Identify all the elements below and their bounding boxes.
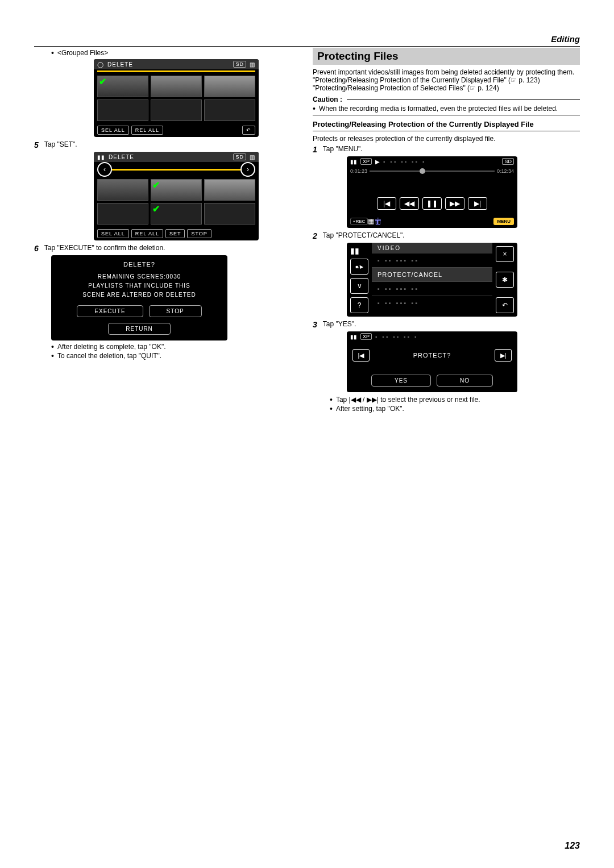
menu-item[interactable]: ▪ ▪▪ ▪▪▪ ▪▪ (372, 282, 492, 296)
step-number-6: 6 (34, 244, 39, 253)
menu-item[interactable]: ▪ ▪▪ ▪▪▪ ▪▪ (372, 254, 492, 268)
thumbnail[interactable] (204, 99, 255, 121)
confirm-delete-dialog: DELETE? REMAINING SCENES:0030 PLAYLISTS … (51, 255, 227, 340)
rec-button[interactable]: «REC (350, 218, 368, 225)
video-icon: ▮▮ (97, 154, 105, 160)
lcd2-title: DELETE (109, 154, 134, 160)
return-button[interactable]: RETURN (108, 323, 171, 335)
sel-all-button[interactable]: SEL ALL (97, 229, 129, 238)
step-6-text: Tap "EXECUTE" to confirm the deletion. (44, 244, 165, 253)
prev-file-button[interactable]: |◀ (352, 349, 370, 362)
menu-item-protect-cancel[interactable]: PROTECT/CANCEL (372, 268, 492, 282)
thumbnail[interactable] (97, 99, 148, 121)
after-delete-note: After deleting is complete, tap "OK". (57, 343, 166, 351)
menu-header: VIDEO (372, 243, 492, 254)
lcd1-title: DELETE (107, 61, 133, 68)
set-button[interactable]: SET (165, 229, 185, 238)
grouped-files-label: <Grouped Files> (57, 49, 108, 57)
step-2-text: Tap "PROTECT/CANCEL". (323, 231, 405, 240)
protect-question: PROTECT? (374, 346, 490, 364)
back-button[interactable]: ↶ (242, 126, 255, 135)
prev-page-button[interactable]: ‹ (97, 162, 112, 177)
step-5-text: Tap "SET". (44, 140, 77, 149)
sd-icon: SD (233, 61, 246, 68)
ref-link-2: "Protecting/Releasing Protection of Sele… (313, 84, 580, 92)
cancel-delete-note: To cancel the deletion, tap "QUIT". (57, 352, 161, 360)
close-button[interactable]: × (496, 246, 514, 262)
rewind-button[interactable]: ◀◀ (400, 197, 419, 210)
after-setting-note: After setting, tap "OK". (336, 405, 404, 413)
lcd-protect-confirm: ▮▮ XP ▪ ▪▪ ▪▪ ▪▪ ▪ |◀ PROTECT? ▶| YES NO (347, 331, 517, 392)
caution-text: When the recording media is formatted, e… (319, 105, 558, 113)
thumbnail[interactable] (151, 76, 202, 97)
seek-bar[interactable] (370, 171, 495, 172)
skip-next-button[interactable]: ▶| (468, 197, 487, 210)
back-button[interactable]: ↶ (496, 297, 514, 313)
video-icon: ▮▮ (350, 334, 357, 340)
next-file-button[interactable]: ▶| (495, 349, 512, 362)
play-icon: ▶ (375, 159, 380, 165)
skip-prev-button[interactable]: |◀ (377, 197, 396, 210)
forward-button[interactable]: ▶▶ (445, 197, 464, 210)
step-1-text: Tap "MENU". (323, 145, 363, 154)
step-number-2: 2 (313, 231, 317, 240)
menu-item[interactable]: ▪ ▪▪ ▪▪▪ ▪▪ (372, 296, 492, 310)
lcd-delete-set: ▮▮ DELETE SD ▥ ‹ › (94, 152, 259, 240)
lcd-playback: ▮▮ XP ▶ ▪ ▪▪ ▪▪ ▪▪ ▪ SD 0:01:23 0:12:34 … (347, 156, 517, 228)
playlist-note-2: SCENE ARE ALTERED OR DELETED (57, 290, 222, 300)
thumbnail[interactable] (204, 179, 255, 201)
thumbnail[interactable] (151, 179, 202, 201)
playlist-note-1: PLAYLISTS THAT INCLUDE THIS (57, 281, 222, 290)
remaining-scenes: REMAINING SCENES:0030 (57, 272, 222, 281)
subsection-title: Protecting/Releasing Protection of the C… (313, 120, 580, 128)
video-icon: ▮▮ (350, 159, 357, 165)
thumbnail[interactable] (97, 179, 148, 201)
lcd-video-menu: ▮▮ ■/▶ ∨ ? VIDEO ▪ ▪▪ ▪▪▪ ▪▪ PROTECT/CAN… (347, 243, 517, 317)
thumbnail[interactable] (151, 99, 202, 121)
camera-icon: ◯ (97, 61, 104, 68)
protecting-files-title: Protecting Files (313, 48, 580, 65)
page-number: 123 (565, 841, 580, 851)
no-button[interactable]: NO (437, 375, 493, 387)
thumbnail[interactable] (204, 76, 255, 97)
rel-all-button[interactable]: REL ALL (131, 126, 163, 135)
intro-text: Prevent important videos/still images fr… (313, 68, 580, 76)
execute-button[interactable]: EXECUTE (77, 305, 143, 317)
left-column: <Grouped Files> ◯ DELETE SD ▥ (34, 48, 301, 414)
lcd-delete-grouped: ◯ DELETE SD ▥ (94, 59, 259, 137)
rel-all-button[interactable]: REL ALL (131, 229, 163, 238)
thumbnail[interactable] (97, 203, 148, 225)
sd-icon: SD (502, 158, 514, 165)
stop-button[interactable]: STOP (187, 229, 211, 238)
sd-icon: SD (233, 153, 246, 160)
xp-badge: XP (360, 158, 372, 165)
rec-play-toggle[interactable]: ■/▶ (350, 259, 368, 275)
step-number-3: 3 (313, 320, 317, 329)
battery-icon: ▥ (250, 61, 255, 68)
thumbnail[interactable] (204, 203, 255, 225)
settings-button[interactable]: ✱ (496, 272, 514, 288)
next-page-button[interactable]: › (240, 162, 255, 177)
grid-icon[interactable]: ▦ (368, 217, 374, 225)
subsection-desc: Protects or releases protection of the c… (313, 135, 580, 143)
thumbnail[interactable] (97, 76, 148, 97)
down-button[interactable]: ∨ (350, 278, 368, 294)
pause-button[interactable]: ❚❚ (422, 197, 442, 210)
step-3-text: Tap "YES". (323, 320, 356, 329)
battery-icon: ▥ (250, 154, 255, 160)
time-total: 0:12:34 (497, 168, 514, 174)
section-header: Editing (34, 34, 580, 44)
yes-button[interactable]: YES (371, 375, 431, 387)
caution-label: Caution : (313, 95, 342, 103)
help-button[interactable]: ? (350, 297, 368, 313)
thumbnail[interactable] (151, 203, 202, 225)
step-number-5: 5 (34, 140, 39, 149)
stop-button[interactable]: STOP (149, 305, 202, 317)
nav-note: Tap |◀◀ / ▶▶| to select the previous or … (336, 396, 480, 404)
step-number-1: 1 (313, 145, 317, 154)
video-icon: ▮▮ (350, 246, 368, 255)
right-column: Protecting Files Prevent important video… (313, 48, 580, 414)
sel-all-button[interactable]: SEL ALL (97, 126, 129, 135)
trash-icon[interactable]: 🗑 (374, 217, 382, 226)
menu-button[interactable]: MENU (493, 218, 514, 225)
